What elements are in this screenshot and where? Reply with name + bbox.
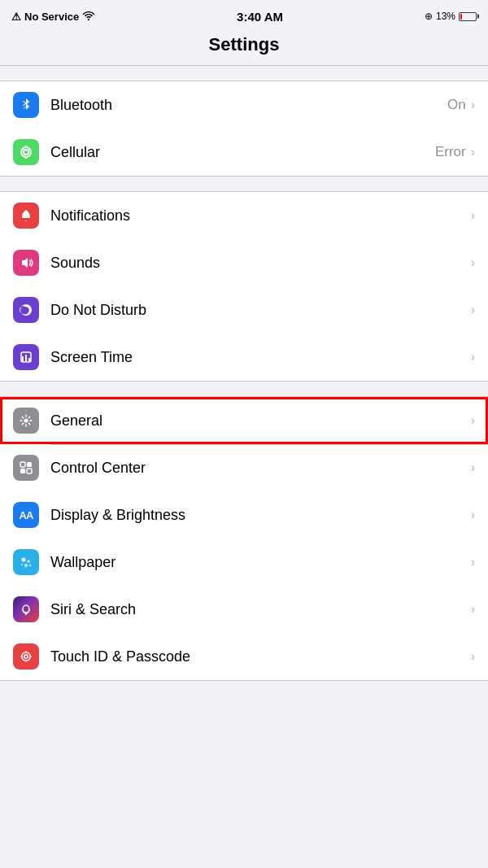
wifi-icon	[82, 11, 95, 23]
controlcenter-icon-bg	[13, 455, 39, 481]
siri-label: Siri & Search	[50, 601, 471, 618]
location-icon: ⊕	[425, 11, 433, 22]
settings-row-dnd[interactable]: Do Not Disturb ›	[0, 286, 488, 334]
display-icon-bg: AA	[13, 502, 39, 528]
section-connectivity: Bluetooth On › Cellular Error ›	[0, 81, 488, 177]
svg-rect-12	[20, 469, 25, 473]
svg-point-16	[22, 558, 26, 562]
display-chevron: ›	[471, 508, 475, 522]
status-signal: ⚠ No Service	[11, 11, 95, 23]
sounds-label: Sounds	[50, 255, 471, 272]
settings-row-display[interactable]: AA Display & Brightness ›	[0, 491, 488, 539]
svg-marker-4	[22, 258, 28, 268]
dnd-icon-bg	[13, 297, 39, 323]
general-label: General	[50, 412, 471, 430]
svg-point-20	[21, 564, 23, 565]
bluetooth-icon-bg	[13, 92, 39, 118]
notifications-icon-bg	[13, 203, 39, 229]
sounds-chevron: ›	[471, 255, 475, 270]
dnd-chevron: ›	[471, 303, 475, 317]
general-chevron: ›	[471, 413, 475, 428]
siri-chevron: ›	[471, 602, 475, 617]
wallpaper-label: Wallpaper	[50, 554, 471, 571]
settings-row-touchid[interactable]: Touch ID & Passcode ›	[0, 633, 488, 680]
controlcenter-label: Control Center	[50, 460, 471, 477]
settings-row-wallpaper[interactable]: Wallpaper ›	[0, 539, 488, 586]
screentime-icon-bg	[13, 344, 39, 370]
page-title-bar: Settings	[0, 31, 488, 66]
cellular-value: Error	[435, 144, 466, 160]
bluetooth-value: On	[447, 97, 466, 113]
svg-point-15	[29, 473, 30, 473]
settings-row-sounds[interactable]: Sounds ›	[0, 239, 488, 286]
settings-row-general[interactable]: General ›	[0, 397, 488, 444]
settings-row-siri[interactable]: Siri & Search ›	[0, 586, 488, 633]
svg-point-9	[24, 419, 28, 423]
signal-text: No Service	[24, 11, 79, 23]
settings-row-bluetooth[interactable]: Bluetooth On ›	[0, 81, 488, 129]
settings-row-controlcenter[interactable]: Control Center ›	[0, 444, 488, 491]
settings-row-screentime[interactable]: Screen Time ›	[0, 334, 488, 381]
display-label: Display & Brightness	[50, 507, 471, 524]
touchid-icon-bg	[13, 643, 39, 670]
bluetooth-chevron: ›	[471, 98, 475, 112]
svg-point-19	[29, 565, 32, 567]
cellular-chevron: ›	[471, 145, 475, 159]
touchid-chevron: ›	[471, 649, 475, 664]
wallpaper-chevron: ›	[471, 555, 475, 569]
warning-icon: ⚠	[11, 11, 21, 23]
status-time: 3:40 AM	[237, 10, 283, 24]
svg-rect-11	[27, 462, 32, 467]
sounds-icon-bg	[13, 250, 39, 276]
svg-point-17	[27, 560, 30, 563]
section-system: General › Control Center › AA Display & …	[0, 396, 488, 681]
status-bar: ⚠ No Service 3:40 AM ⊕ 13%	[0, 0, 488, 31]
status-battery: ⊕ 13%	[425, 11, 477, 22]
screentime-chevron: ›	[471, 350, 475, 364]
settings-row-cellular[interactable]: Cellular Error ›	[0, 129, 488, 176]
siri-icon-bg	[13, 596, 39, 622]
cellular-label: Cellular	[50, 144, 435, 161]
svg-point-0	[21, 147, 31, 157]
notifications-label: Notifications	[50, 207, 471, 225]
cellular-icon-bg	[13, 139, 39, 165]
dnd-label: Do Not Disturb	[50, 302, 471, 319]
settings-group: Bluetooth On › Cellular Error ›	[0, 66, 488, 681]
wallpaper-icon-bg	[13, 549, 39, 575]
bluetooth-label: Bluetooth	[50, 97, 447, 114]
general-icon-bg	[13, 408, 39, 434]
controlcenter-chevron: ›	[471, 460, 475, 475]
touchid-label: Touch ID & Passcode	[50, 648, 471, 665]
screentime-label: Screen Time	[50, 349, 471, 366]
settings-row-notifications[interactable]: Notifications ›	[0, 192, 488, 239]
svg-point-1	[24, 150, 28, 155]
svg-point-18	[24, 564, 28, 567]
battery-icon	[459, 12, 477, 21]
battery-percent-text: 13%	[436, 11, 455, 22]
svg-rect-10	[20, 462, 25, 467]
page-title: Settings	[0, 34, 488, 55]
notifications-chevron: ›	[471, 208, 475, 223]
section-alerts: Notifications › Sounds › Do Not Distur	[0, 191, 488, 382]
